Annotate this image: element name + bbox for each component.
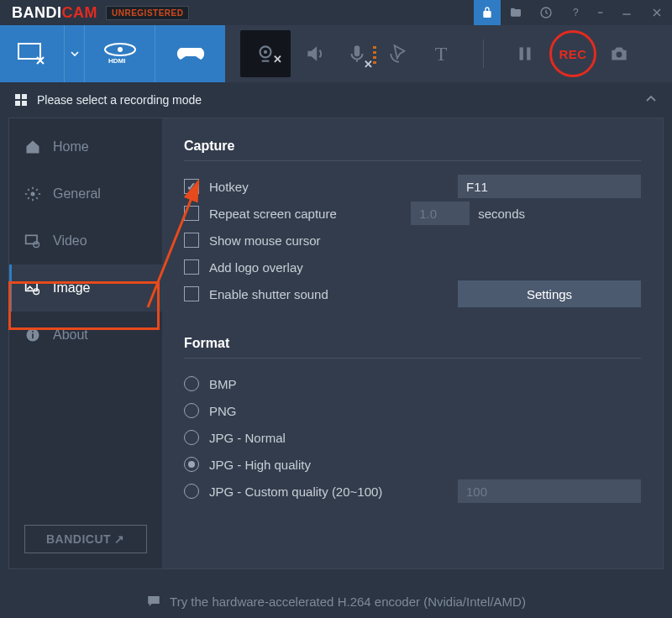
dash-icon xyxy=(595,6,608,19)
lock-button[interactable] xyxy=(474,0,501,25)
gamepad-icon xyxy=(174,43,207,65)
svg-point-13 xyxy=(617,52,622,58)
sidebar-item-video[interactable]: Video xyxy=(9,217,162,264)
format-heading: Format xyxy=(184,336,641,359)
question-icon: ? xyxy=(570,6,583,19)
bandicut-label: BANDICUT ↗ xyxy=(46,532,125,546)
hotkey-checkbox[interactable] xyxy=(184,179,199,194)
clock-icon xyxy=(539,6,553,19)
svg-rect-21 xyxy=(32,331,34,333)
format-jpg-custom-label: JPG - Custom quality (20~100) xyxy=(209,484,382,499)
mode-screen-dropdown[interactable] xyxy=(64,25,84,82)
record-button[interactable]: REC xyxy=(546,25,600,82)
svg-rect-11 xyxy=(520,47,523,60)
format-bmp-radio[interactable] xyxy=(184,376,199,391)
format-bmp-label: BMP xyxy=(209,377,237,391)
svg-rect-2 xyxy=(598,12,602,13)
sidebar-item-label: Video xyxy=(53,233,87,249)
webcam-toggle[interactable]: ✕ xyxy=(240,30,291,77)
logo-cam: CAM xyxy=(62,4,98,21)
license-badge: UNREGISTERED xyxy=(106,6,189,20)
settings-content: Capture Hotkey Repeat screen capture sec… xyxy=(162,118,663,568)
collapse-button[interactable] xyxy=(645,93,657,107)
camera-icon xyxy=(608,43,630,65)
minimize-button[interactable] xyxy=(612,0,642,25)
sidebar-item-label: About xyxy=(53,327,88,343)
cursor-label: Show mouse cursor xyxy=(209,233,321,248)
capture-heading: Capture xyxy=(184,139,641,161)
settings-sidebar: Home General Video Image About BANDICUT … xyxy=(9,118,162,568)
text-overlay-toggle[interactable]: T xyxy=(420,25,462,82)
screenshot-button[interactable] xyxy=(600,25,638,82)
bandicut-link[interactable]: BANDICUT ↗ xyxy=(24,525,147,553)
close-button[interactable] xyxy=(642,0,672,25)
video-settings-icon xyxy=(24,233,41,249)
speaker-toggle[interactable] xyxy=(294,25,336,82)
mode-screen-rect[interactable] xyxy=(0,25,64,82)
format-png-radio[interactable] xyxy=(184,403,199,418)
webcam-off-icon: ✕ xyxy=(273,53,282,65)
chevron-down-icon xyxy=(71,50,79,58)
svg-rect-3 xyxy=(622,13,630,14)
pause-icon xyxy=(514,43,536,65)
svg-point-14 xyxy=(31,192,35,196)
menu-button[interactable] xyxy=(591,0,612,25)
mode-toolbar: HDMI ✕ ✕ T REC xyxy=(0,25,672,82)
speaker-icon xyxy=(304,43,326,65)
gear-icon xyxy=(24,186,41,202)
jpg-quality-input[interactable] xyxy=(458,479,641,503)
format-jpg-normal-label: JPG - Normal xyxy=(209,431,286,445)
sidebar-item-home[interactable]: Home xyxy=(9,123,162,170)
image-settings-icon xyxy=(24,280,41,296)
repeat-interval-input[interactable] xyxy=(411,202,470,225)
mode-device[interactable]: HDMI xyxy=(84,25,155,82)
format-jpg-high-radio[interactable] xyxy=(184,457,199,472)
svg-rect-10 xyxy=(354,45,360,56)
chevron-up-icon xyxy=(645,93,657,105)
sidebar-item-general[interactable]: General xyxy=(9,170,162,217)
shutter-checkbox[interactable] xyxy=(184,286,199,301)
hdmi-icon: HDMI xyxy=(101,43,139,65)
cursor-checkbox[interactable] xyxy=(184,233,199,248)
app-logo: BANDICAM xyxy=(12,4,97,22)
svg-point-18 xyxy=(34,289,39,295)
svg-point-9 xyxy=(264,50,267,54)
sidebar-item-about[interactable]: About xyxy=(9,312,162,359)
rect-select-icon xyxy=(17,42,47,65)
hotkey-label: Hotkey xyxy=(209,180,249,194)
logo-checkbox[interactable] xyxy=(184,259,199,275)
svg-point-6 xyxy=(118,47,123,52)
footer-tip[interactable]: Try the hardware-accelerated H.264 encod… xyxy=(0,584,672,618)
format-png-label: PNG xyxy=(209,404,237,418)
hotkey-input[interactable] xyxy=(458,175,641,198)
sidebar-item-label: Home xyxy=(53,139,89,154)
sidebar-item-image[interactable]: Image xyxy=(9,264,162,312)
format-jpg-normal-radio[interactable] xyxy=(184,430,199,445)
format-jpg-high-label: JPG - High quality xyxy=(209,458,311,472)
svg-rect-12 xyxy=(527,47,530,60)
svg-point-16 xyxy=(34,242,39,248)
cursor-effect-toggle[interactable] xyxy=(378,25,420,82)
chat-icon xyxy=(146,594,161,609)
repeat-unit: seconds xyxy=(478,207,525,221)
lock-icon xyxy=(480,6,494,19)
open-folder-button[interactable] xyxy=(501,0,531,25)
grid-icon xyxy=(15,94,27,106)
svg-rect-20 xyxy=(32,333,34,338)
mic-off-icon: ✕ xyxy=(364,58,373,71)
shutter-label: Enable shutter sound xyxy=(209,287,328,301)
section-heading: Please select a recording mode xyxy=(37,93,202,107)
mic-toggle[interactable]: ✕ xyxy=(336,25,378,82)
info-icon xyxy=(24,327,41,343)
help-button[interactable]: ? xyxy=(561,0,591,25)
repeat-checkbox[interactable] xyxy=(184,206,199,221)
svg-text:HDMI: HDMI xyxy=(108,57,125,65)
mode-game[interactable] xyxy=(155,25,225,82)
history-button[interactable] xyxy=(531,0,561,25)
logo-bandi: BANDI xyxy=(12,4,62,21)
format-jpg-custom-radio[interactable] xyxy=(184,484,199,499)
pause-button[interactable] xyxy=(504,25,546,82)
minimize-icon xyxy=(620,6,633,19)
capture-settings-button[interactable]: Settings xyxy=(458,280,641,307)
cursor-click-icon xyxy=(388,43,410,65)
